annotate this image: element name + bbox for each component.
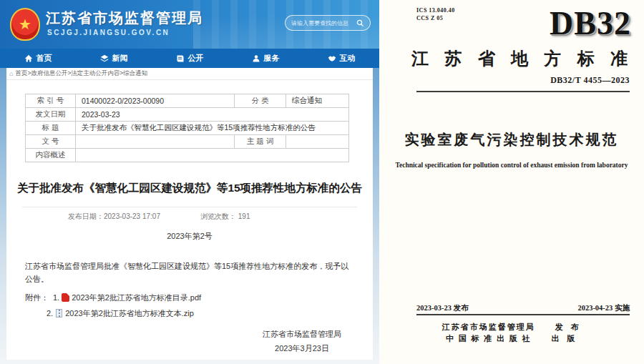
- document-meta-table: 索 引 号 01400022-0/2023-00090 分 类 综合通知 发文日…: [25, 94, 349, 162]
- publish-date: 发布日期：2023-03-23 17:07: [68, 212, 160, 222]
- ics-ccs-codes: ICS 13.040.40 CCS Z 05: [416, 7, 455, 23]
- table-row: 标 题 关于批准发布《智慧化工园区建设规范》等15项推荐性地方标准的公告: [26, 122, 349, 135]
- signature-date: 2023年3月23日: [263, 341, 341, 355]
- divider: [22, 207, 357, 207]
- date-label: 发文日期: [26, 108, 76, 122]
- date-value: 2023-03-23: [76, 108, 349, 122]
- pdf-icon: [62, 293, 69, 302]
- main-nav: 首页 新闻 公开 服务 互动: [0, 49, 379, 68]
- signature-org: 江苏省市场监督管理局: [263, 327, 341, 341]
- nav-item-services[interactable]: 服务: [252, 53, 280, 64]
- series-char: 方: [544, 47, 561, 70]
- attachments-label: 附件：: [25, 292, 49, 303]
- db32-logo: DB32: [550, 4, 631, 42]
- site-domain: SCJGJ.JIANGSU.GOV.CN: [47, 29, 170, 36]
- table-row: 索 引 号 01400022-0/2023-00090 分 类 综合通知: [26, 94, 349, 108]
- ccs-code: CCS Z 05: [416, 15, 455, 23]
- layers-icon: [100, 54, 109, 63]
- series-title: 江 苏 省 地 方 标 准: [411, 47, 628, 70]
- nav-item-news[interactable]: 新闻: [100, 53, 128, 64]
- title-label: 标 题: [26, 122, 76, 135]
- table-row: 文 号 主 题 词: [26, 135, 349, 149]
- article-body: 江苏省市场监督管理局批准《智慧化工园区建设规范》等15项推荐性地方标准的发布，现…: [25, 260, 356, 285]
- standard-title-cn: 实验室废气污染控制技术规范: [379, 130, 644, 149]
- publisher-org: 江苏省市场监督管理局: [442, 322, 535, 333]
- summary-label: 内容概述: [26, 149, 76, 162]
- publisher-line-1: 江苏省市场监督管理局 发 布: [379, 322, 644, 333]
- announcement-number: 2023年第2号: [6, 231, 373, 242]
- publisher-suffix: 出 版: [551, 333, 577, 344]
- attachment-link-pdf[interactable]: 2023年第2批江苏省地方标准目录.pdf: [72, 292, 201, 303]
- dates-row: 2023-03-23 发布 2023-04-23 实施: [416, 303, 630, 313]
- divider: [416, 91, 630, 92]
- handshake-icon: [328, 54, 336, 63]
- nav-item-interaction[interactable]: 互动: [328, 53, 356, 64]
- nav-item-home[interactable]: 首页: [24, 53, 52, 64]
- nav-label: 互动: [340, 53, 356, 64]
- series-char: 准: [610, 47, 628, 70]
- divider: [416, 314, 630, 315]
- breadcrumb[interactable]: ⌂ 首页>政府信息公开>法定主动公开内容>综合通知: [6, 68, 373, 80]
- table-row: 内容概述: [26, 149, 349, 162]
- series-char: 江: [411, 47, 429, 70]
- nav-item-disclosure[interactable]: 公开: [176, 53, 204, 64]
- summary-value: [76, 149, 349, 162]
- table-row: 发文日期 2023-03-23: [26, 108, 349, 122]
- standard-title-en: Technical specification for pollution co…: [386, 162, 637, 169]
- attachment-index: 2.: [47, 309, 53, 318]
- gov-website-pane: ★ 江苏省市场监督管理局 SCJGJ.JIANGSU.GOV.CN 首页 新闻: [0, 0, 379, 364]
- search-input[interactable]: [291, 20, 356, 26]
- nav-label: 服务: [264, 53, 280, 64]
- index-label: 索 引 号: [26, 94, 76, 108]
- book-icon: [176, 54, 185, 63]
- search-icon[interactable]: [356, 19, 364, 27]
- search-box[interactable]: [285, 15, 371, 31]
- zip-icon: [56, 309, 62, 318]
- title-value: 关于批准发布《智慧化工园区建设规范》等15项推荐性地方标准的公告: [76, 122, 349, 135]
- publisher-suffix: 发 布: [555, 322, 582, 333]
- article-title: 关于批准发布《智慧化工园区建设规范》等15项推荐性地方标准的公告: [6, 181, 373, 196]
- category-label: 分 类: [235, 94, 286, 108]
- series-char: 地: [511, 47, 528, 70]
- nav-label: 首页: [36, 53, 52, 64]
- breadcrumb-path[interactable]: 首页>政府信息公开>法定主动公开内容>综合通知: [15, 69, 147, 78]
- signature-block: 江苏省市场监督管理局 2023年3月23日: [263, 327, 341, 355]
- standard-number: DB32/T 4455—2023: [550, 75, 630, 86]
- ics-code: ICS 13.040.40: [416, 7, 455, 15]
- screenshot-root: ★ 江苏省市场监督管理局 SCJGJ.JIANGSU.GOV.CN 首页 新闻: [0, 0, 644, 364]
- list-item: 附件： 1. 2023年第2批江苏省地方标准目录.pdf: [25, 290, 201, 305]
- attachment-link-zip[interactable]: 2023年第2批江苏省地方标准文本.zip: [65, 308, 194, 319]
- home-icon: ⌂: [9, 70, 13, 77]
- subject-label: 主 题 词: [235, 135, 286, 149]
- nav-label: 公开: [188, 53, 204, 64]
- home-icon: [24, 54, 33, 63]
- series-char: 省: [478, 47, 495, 70]
- list-item: 2. 2023年第2批江苏省地方标准文本.zip: [25, 305, 201, 321]
- subject-value: [286, 135, 349, 149]
- national-emblem-logo: ★: [10, 8, 40, 41]
- category-value: 综合通知: [286, 94, 349, 108]
- attachments-section: 附件： 1. 2023年第2批江苏省地方标准目录.pdf 2. 2023年第2批…: [25, 290, 201, 321]
- attachment-index: 1.: [53, 293, 59, 302]
- publisher-line-2: 中 国 标 准 出 版 社 出 版: [379, 333, 644, 344]
- series-char: 苏: [444, 47, 462, 70]
- site-title: 江苏省市场监督管理局: [46, 9, 203, 28]
- person-icon: [252, 54, 260, 63]
- nav-label: 新闻: [112, 53, 128, 64]
- series-char: 标: [577, 47, 595, 70]
- implementation-date: 2023-04-23 实施: [577, 303, 630, 313]
- docno-label: 文 号: [26, 135, 76, 149]
- site-header: ★ 江苏省市场监督管理局 SCJGJ.JIANGSU.GOV.CN: [0, 0, 379, 49]
- index-value: 01400022-0/2023-00090: [76, 94, 235, 108]
- page-content: ⌂ 首页>政府信息公开>法定主动公开内容>综合通知 索 引 号 01400022…: [6, 68, 373, 360]
- publisher-org: 中 国 标 准 出 版 社: [446, 333, 532, 344]
- standard-cover-page: ICS 13.040.40 CCS Z 05 DB32 江 苏 省 地 方 标 …: [379, 0, 644, 364]
- issue-date: 2023-03-23 发布: [416, 303, 469, 313]
- docno-value: [76, 135, 235, 149]
- view-count: 浏览次数： 191: [200, 212, 250, 222]
